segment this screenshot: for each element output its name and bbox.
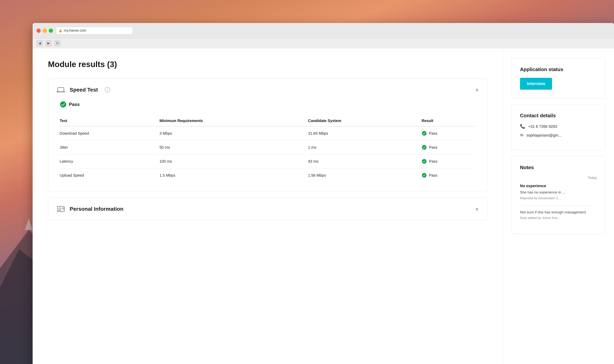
browser-chrome: 🔒 my.harver.com [33, 23, 614, 38]
cell-result-1: Pass [421, 141, 476, 155]
phone-icon: 📞 [520, 124, 525, 129]
cell-result-3: Pass [421, 169, 476, 182]
cell-test-0: Download Speed [60, 126, 159, 141]
result-pass-icon-0 [421, 131, 427, 136]
nav-back-button[interactable]: ◀ [36, 40, 43, 47]
personal-info-card: Personal Information ∧ [48, 198, 487, 220]
note-1-text: She has no experience in ... [520, 190, 597, 195]
table-row: Jitter 50 ms 1 ms Pass [60, 141, 476, 155]
cell-min-req-0: 3 Mbps [159, 126, 308, 141]
cell-test-2: Latency [60, 155, 159, 169]
laptop-icon [56, 86, 65, 94]
speed-test-header[interactable]: Speed Test i ∧ [48, 79, 487, 101]
desktop: 🔒 my.harver.com ◀ ▶ ↻ Module results (3) [0, 0, 614, 364]
col-result: Result [421, 116, 476, 126]
result-pass-icon-2 [421, 159, 427, 164]
note-item-2: Not sure if she has enough management No… [520, 209, 597, 220]
email-contact: ✉ sophiajansen@gm... [520, 133, 597, 138]
nav-refresh-button[interactable]: ↻ [54, 40, 61, 47]
note-item-1: No experience She has no experience in .… [520, 184, 597, 200]
note-1-title: No experience [520, 184, 597, 188]
cell-test-1: Jitter [60, 141, 159, 155]
interview-button[interactable]: Interview [520, 78, 552, 90]
notes-timestamp: Today [520, 176, 597, 180]
svg-marker-3 [25, 218, 33, 230]
browser-window: 🔒 my.harver.com ◀ ▶ ↻ Module results (3) [33, 23, 614, 364]
personal-info-header[interactable]: Personal Information ∧ [48, 198, 487, 220]
speed-test-card: Speed Test i ∧ Pass [48, 78, 487, 192]
speed-test-table: Test Minimum Requirements Candidate Syst… [60, 116, 476, 182]
note-2-text: Not sure if she has enough management [520, 209, 597, 215]
col-min-req: Minimum Requirements [159, 116, 308, 126]
svg-point-7 [60, 101, 66, 107]
browser-toolbar: ◀ ▶ ↻ [33, 38, 614, 48]
contact-details-card: Contact details 📞 +31 6 7356 9283 ✉ soph… [511, 104, 606, 150]
table-row: Download Speed 3 Mbps 31.65 Mbps Pass [60, 126, 476, 141]
svg-rect-4 [58, 88, 64, 91]
result-pass-icon-1 [421, 145, 427, 150]
cell-min-req-3: 1.5 Mbps [159, 169, 308, 182]
personal-info-header-left: Personal Information [56, 205, 123, 213]
speed-test-title: Speed Test [70, 87, 98, 93]
right-sidebar: Application status Interview Contact det… [503, 48, 614, 364]
cell-candidate-1: 1 ms [308, 141, 421, 155]
email-address: sophiajansen@gm... [527, 133, 562, 138]
cell-result-0: Pass [421, 126, 476, 141]
personal-info-chevron-icon[interactable]: ∧ [475, 206, 479, 212]
cell-result-2: Pass [421, 155, 476, 169]
cell-candidate-2: 43 ms [308, 155, 421, 169]
phone-contact: 📞 +31 6 7356 9283 [520, 124, 597, 129]
main-panel: Module results (3) Speed Test i [33, 48, 503, 364]
col-candidate-system: Candidate System [308, 116, 421, 126]
module-header-left: Speed Test i [56, 86, 110, 94]
personal-info-title: Personal Information [70, 206, 123, 212]
svg-rect-6 [60, 91, 62, 92]
page-title: Module results (3) [48, 60, 487, 69]
traffic-lights [36, 28, 53, 33]
browser-content: Module results (3) Speed Test i [33, 48, 614, 364]
svg-point-10 [422, 159, 427, 164]
svg-point-8 [422, 131, 427, 136]
notes-title: Notes [520, 165, 597, 170]
notes-card: Notes Today No experience She has no exp… [511, 156, 606, 234]
cell-min-req-1: 50 ms [159, 141, 308, 155]
nav-forward-button[interactable]: ▶ [45, 40, 52, 47]
address-bar[interactable]: 🔒 my.harver.com [56, 27, 133, 35]
info-icon[interactable]: i [105, 87, 110, 92]
contact-details-title: Contact details [520, 113, 597, 118]
table-row: Upload Speed 1.5 Mbps 1.56 Mbps Pass [60, 169, 476, 182]
col-test: Test [60, 116, 159, 126]
maximize-button[interactable] [49, 28, 53, 33]
svg-point-11 [422, 173, 427, 178]
cell-min-req-2: 100 ms [159, 155, 308, 169]
note-divider [520, 206, 597, 206]
application-status-title: Application status [520, 66, 597, 72]
overall-pass-badge: Pass [60, 101, 476, 108]
phone-number: +31 6 7356 9283 [528, 124, 557, 129]
overall-pass-text: Pass [69, 102, 80, 107]
lock-icon: 🔒 [58, 29, 62, 32]
address-text: my.harver.com [64, 28, 86, 33]
result-pass-icon-3 [421, 173, 427, 178]
cell-test-3: Upload Speed [60, 169, 159, 182]
close-button[interactable] [36, 28, 41, 33]
email-icon: ✉ [520, 133, 523, 138]
pass-checkmark-icon [60, 101, 67, 108]
speed-test-body: Pass Test Minimum Requirements Candidate… [48, 101, 487, 192]
note-2-meta: Note added by Johan Koe... [520, 216, 597, 220]
cell-candidate-0: 31.65 Mbps [308, 126, 421, 141]
svg-point-9 [422, 145, 427, 150]
svg-point-13 [59, 208, 61, 209]
minimize-button[interactable] [42, 28, 47, 33]
application-status-card: Application status Interview [511, 58, 606, 98]
table-header-row: Test Minimum Requirements Candidate Syst… [60, 116, 476, 126]
table-row: Latency 100 ms 43 ms Pass [60, 155, 476, 169]
cell-candidate-3: 1.56 Mbps [308, 169, 421, 182]
note-1-meta: Rejected for Amsterdam Z... [520, 196, 597, 200]
person-id-icon [56, 205, 65, 213]
chevron-up-icon[interactable]: ∧ [475, 87, 479, 92]
